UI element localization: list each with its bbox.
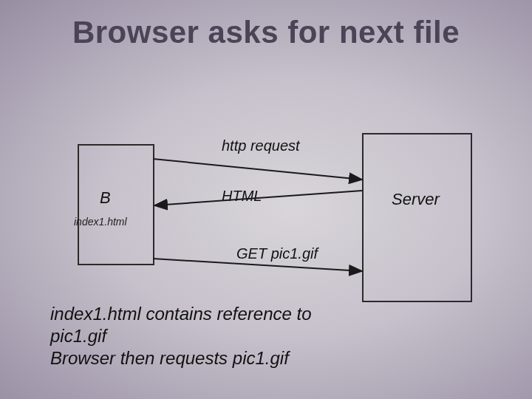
svg-line-0 xyxy=(153,159,362,180)
caption-text: index1.html contains reference to pic1.g… xyxy=(50,303,361,369)
browser-label: B xyxy=(100,188,111,208)
arrow-label-http-request: http request xyxy=(222,137,300,154)
arrow-label-html: HTML xyxy=(222,188,262,205)
slide: Browser asks for next file B Server inde… xyxy=(0,0,532,399)
browser-file-label: index1.html xyxy=(74,216,127,228)
slide-title: Browser asks for next file xyxy=(0,15,532,50)
server-label: Server xyxy=(392,190,440,209)
arrow-label-get: GET pic1.gif xyxy=(236,245,318,262)
server-box xyxy=(362,133,472,302)
browser-box xyxy=(78,144,154,265)
